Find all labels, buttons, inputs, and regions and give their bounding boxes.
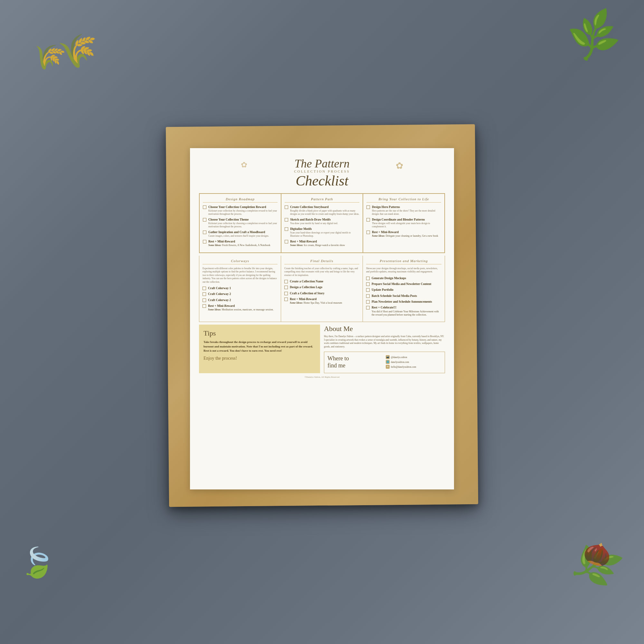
item-title: Rest + Celebrate!!!: [372, 306, 441, 309]
checkbox[interactable]: [366, 218, 370, 222]
instagram-label: @danelys.sidron: [391, 356, 407, 359]
item-title: Prepare Social Media and Newsletter Cont…: [372, 282, 431, 286]
list-item: Rest + Mini-Reward Some Ideas: Delegate …: [366, 230, 441, 238]
item-reward: Some Ideas: Ice cream, Binge-watch a fav…: [290, 244, 345, 247]
checkbox[interactable]: [203, 218, 206, 222]
list-item: Update Portfolio: [366, 288, 441, 292]
bottom-section: Tips Take breaks throughout the design p…: [199, 325, 445, 373]
deco-plant-top-right: 🌿: [563, 6, 624, 65]
presentation-section: Presentation and Marketing Showcase your…: [363, 256, 445, 322]
checkbox[interactable]: [285, 218, 288, 222]
item-title: Craft Colorway 1: [208, 286, 231, 290]
checkbox[interactable]: [203, 298, 206, 302]
website-icon: 🌐: [386, 360, 390, 364]
instagram-icon: 📷: [386, 355, 390, 359]
design-roadmap-section: Design Roadmap Choose Your Collection Co…: [199, 194, 281, 253]
deco-plant-top-left: 🌾: [29, 38, 68, 76]
about-title: About Me: [324, 325, 445, 333]
design-roadmap-header: Design Roadmap: [203, 197, 278, 203]
item-title: Design Coordinate and Blender Patterns: [372, 218, 441, 222]
item-title: Generate Design Mockups: [372, 276, 406, 280]
list-item: Design Hero Patterns Hero patterns are t…: [366, 205, 441, 216]
item-desc: Scan your hand-draw drawings or export y…: [290, 231, 359, 238]
item-title: Rest + Mini-Reward: [290, 297, 342, 301]
bring-to-life-section: Bring Your Collection to Life Design Her…: [363, 194, 445, 253]
item-desc: Roughly divide a blank piece of paper wi…: [290, 209, 359, 216]
final-details-header: Final Details: [284, 259, 359, 264]
item-desc: You draw your motifs by hand or any digi…: [290, 222, 338, 225]
list-item: Choose Your Collection Theme Kickstart y…: [203, 218, 278, 228]
checkbox[interactable]: [203, 205, 206, 209]
list-item: Craft a Collection of Story: [284, 291, 359, 295]
tips-enjoy: Enjoy the process!: [204, 356, 316, 361]
item-title: Craft Colorway 2: [208, 292, 231, 296]
deco-grass-top-left: 🌾: [56, 31, 100, 72]
presentation-header: Presentation and Marketing: [366, 259, 441, 264]
checkbox[interactable]: [285, 205, 288, 209]
item-title: Sketch and Batch-Draw Motifs: [290, 218, 338, 222]
item-title: Digitalize Motifs: [290, 227, 359, 231]
checkbox[interactable]: [366, 231, 370, 234]
colorways-header: Colorways: [203, 259, 278, 264]
list-item: Plan Newsletter and Schedule Announcemen…: [366, 300, 441, 304]
email-icon: ✉: [386, 365, 390, 369]
checkbox[interactable]: [203, 240, 206, 243]
item-reward: Some Ideas: Home Spa Day, Visit a local …: [290, 301, 342, 305]
second-checklist-grid: Colorways Experiment with different colo…: [199, 256, 445, 322]
checkbox[interactable]: [366, 306, 370, 309]
about-section: About Me Hey there, I'm Danelys Sidron –…: [324, 325, 445, 373]
footer: ©Danelys Sidron, All Rights Reserved: [199, 376, 445, 378]
pattern-path-header: Pattern Path: [285, 197, 359, 203]
list-item: Design a Collection Logo: [284, 285, 359, 289]
checkbox[interactable]: [285, 227, 288, 231]
deco-plant-bottom-right: 🌰: [580, 536, 616, 571]
checkbox[interactable]: [285, 240, 288, 243]
item-reward: Some Ideas: Meditation session, manicure…: [208, 308, 274, 311]
item-title: Craft a Collection of Story: [290, 291, 325, 295]
final-details-section: Final Details Create the finishing touch…: [281, 256, 363, 322]
item-reward: Some Ideas: Fresh flowers, A New Audiobo…: [208, 244, 270, 247]
checkbox[interactable]: [203, 231, 206, 234]
checkbox[interactable]: [203, 287, 206, 290]
checkbox[interactable]: [366, 205, 370, 209]
social-links: 📷 @danelys.sidron 🌐 danelyssidron.com ✉ …: [386, 355, 441, 370]
checkbox[interactable]: [366, 282, 370, 286]
where-title: Where tofind me: [327, 355, 383, 370]
list-item: Craft Colorway 1: [203, 286, 278, 290]
document-header: ✿ The Pattern Collection Process Checkli…: [199, 158, 445, 188]
list-item: Craft Colorway 2: [203, 292, 278, 296]
item-desc: Kickstart your collection by choosing a …: [208, 222, 278, 228]
list-item: Create Collection Storyboard Roughly div…: [285, 205, 359, 216]
list-item: Prepare Social Media and Newsletter Cont…: [366, 282, 441, 286]
checkbox[interactable]: [366, 277, 370, 280]
list-item: Batch Schedule Social Media Posts: [366, 294, 441, 298]
checkbox[interactable]: [284, 292, 288, 295]
list-item: Rest + Mini-Reward Some Ideas: Ice cream…: [285, 240, 359, 247]
tips-section: Tips Take breaks throughout the design p…: [199, 325, 320, 373]
list-item: Rest + Mini-Reward Some Ideas: Meditatio…: [203, 304, 278, 312]
checkbox[interactable]: [203, 304, 206, 308]
list-item: Choose Your Collection Completion Reward…: [203, 205, 278, 216]
paper-document: ✿ The Pattern Collection Process Checkli…: [190, 148, 454, 489]
list-item: Rest + Mini-Reward Some Ideas: Fresh flo…: [203, 240, 278, 247]
checkbox[interactable]: [366, 300, 370, 304]
item-desc: Hero patterns are the star of the show! …: [372, 209, 441, 216]
item-desc: Kickstart your collection by choosing a …: [208, 209, 278, 216]
item-title: Create Collection Storyboard: [290, 205, 359, 209]
list-item: Create a Collection Name: [284, 279, 359, 283]
checkbox[interactable]: [366, 294, 370, 298]
checkbox[interactable]: [284, 298, 288, 301]
list-item: Design Coordinate and Blender Patterns T…: [366, 218, 441, 228]
list-item: Gather Inspiration and Craft a Moodboard…: [203, 230, 278, 238]
checkbox[interactable]: [284, 286, 288, 289]
where-to-find: Where tofind me 📷 @danelys.sidron 🌐 dane…: [324, 352, 445, 373]
checkbox[interactable]: [284, 280, 288, 283]
item-title: Create a Collection Name: [290, 279, 323, 283]
checkbox[interactable]: [203, 292, 206, 296]
colorways-section: Colorways Experiment with different colo…: [199, 256, 281, 322]
item-title: Design a Collection Logo: [290, 285, 322, 289]
presentation-intro: Showcase your designs through mockups, s…: [366, 267, 441, 274]
item-title: Choose Your Collection Theme: [208, 218, 278, 222]
checkbox[interactable]: [366, 288, 370, 292]
social-email: ✉ hello@danelyssidron.com: [386, 365, 441, 369]
